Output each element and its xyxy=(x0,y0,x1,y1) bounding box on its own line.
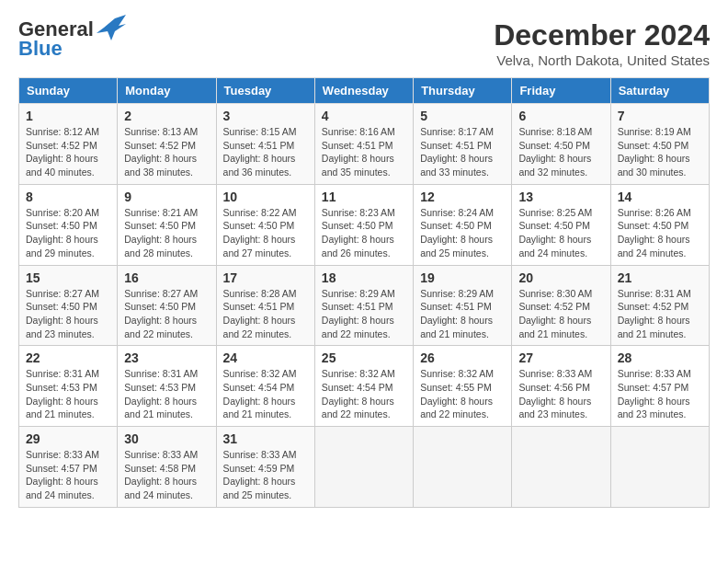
table-row: 17 Sunrise: 8:28 AM Sunset: 4:51 PM Dayl… xyxy=(216,265,314,346)
day-detail: Sunrise: 8:29 AM Sunset: 4:51 PM Dayligh… xyxy=(420,287,505,341)
calendar-week-row: 15 Sunrise: 8:27 AM Sunset: 4:50 PM Dayl… xyxy=(19,265,710,346)
location-subtitle: Velva, North Dakota, United States xyxy=(494,52,710,68)
day-detail: Sunrise: 8:21 AM Sunset: 4:50 PM Dayligh… xyxy=(124,206,209,260)
logo-bird-icon xyxy=(97,15,126,40)
table-row: 24 Sunrise: 8:32 AM Sunset: 4:54 PM Dayl… xyxy=(216,346,314,427)
day-detail: Sunrise: 8:31 AM Sunset: 4:53 PM Dayligh… xyxy=(26,367,110,421)
logo: General Blue xyxy=(18,18,126,61)
table-row: 15 Sunrise: 8:27 AM Sunset: 4:50 PM Dayl… xyxy=(19,265,118,346)
calendar-week-row: 8 Sunrise: 8:20 AM Sunset: 4:50 PM Dayli… xyxy=(19,184,710,265)
day-detail: Sunrise: 8:15 AM Sunset: 4:51 PM Dayligh… xyxy=(223,125,308,179)
day-detail: Sunrise: 8:27 AM Sunset: 4:50 PM Dayligh… xyxy=(26,287,110,341)
day-number: 25 xyxy=(322,350,406,365)
day-detail: Sunrise: 8:31 AM Sunset: 4:52 PM Dayligh… xyxy=(618,287,702,341)
day-number: 13 xyxy=(518,190,603,204)
table-row: 14 Sunrise: 8:26 AM Sunset: 4:50 PM Dayl… xyxy=(610,184,709,265)
day-number: 9 xyxy=(124,190,209,204)
month-title: December 2024 xyxy=(494,18,710,52)
day-detail: Sunrise: 8:20 AM Sunset: 4:50 PM Dayligh… xyxy=(26,206,110,260)
calendar-week-row: 22 Sunrise: 8:31 AM Sunset: 4:53 PM Dayl… xyxy=(19,346,710,427)
day-number: 3 xyxy=(223,109,308,123)
day-detail: Sunrise: 8:32 AM Sunset: 4:54 PM Dayligh… xyxy=(223,367,308,421)
table-row xyxy=(314,427,413,508)
page-header: General Blue December 2024 Velva, North … xyxy=(18,18,710,68)
day-detail: Sunrise: 8:28 AM Sunset: 4:51 PM Dayligh… xyxy=(223,287,308,341)
day-number: 16 xyxy=(124,270,209,285)
col-saturday: Saturday xyxy=(610,78,709,104)
col-friday: Friday xyxy=(512,78,610,104)
table-row: 29 Sunrise: 8:33 AM Sunset: 4:57 PM Dayl… xyxy=(19,427,118,508)
table-row: 31 Sunrise: 8:33 AM Sunset: 4:59 PM Dayl… xyxy=(216,427,314,508)
day-detail: Sunrise: 8:29 AM Sunset: 4:51 PM Dayligh… xyxy=(322,287,406,341)
table-row: 22 Sunrise: 8:31 AM Sunset: 4:53 PM Dayl… xyxy=(19,346,118,427)
day-detail: Sunrise: 8:13 AM Sunset: 4:52 PM Dayligh… xyxy=(124,125,209,179)
day-number: 10 xyxy=(223,190,308,204)
day-number: 22 xyxy=(26,350,110,365)
table-row: 9 Sunrise: 8:21 AM Sunset: 4:50 PM Dayli… xyxy=(118,184,216,265)
day-detail: Sunrise: 8:27 AM Sunset: 4:50 PM Dayligh… xyxy=(124,287,209,341)
day-detail: Sunrise: 8:18 AM Sunset: 4:50 PM Dayligh… xyxy=(518,125,603,179)
table-row: 3 Sunrise: 8:15 AM Sunset: 4:51 PM Dayli… xyxy=(216,104,314,185)
table-row: 12 Sunrise: 8:24 AM Sunset: 4:50 PM Dayl… xyxy=(414,184,512,265)
col-sunday: Sunday xyxy=(19,78,118,104)
table-row: 10 Sunrise: 8:22 AM Sunset: 4:50 PM Dayl… xyxy=(216,184,314,265)
title-block: December 2024 Velva, North Dakota, Unite… xyxy=(494,18,710,68)
table-row: 28 Sunrise: 8:33 AM Sunset: 4:57 PM Dayl… xyxy=(610,346,709,427)
table-row: 21 Sunrise: 8:31 AM Sunset: 4:52 PM Dayl… xyxy=(610,265,709,346)
table-row: 18 Sunrise: 8:29 AM Sunset: 4:51 PM Dayl… xyxy=(314,265,413,346)
day-detail: Sunrise: 8:12 AM Sunset: 4:52 PM Dayligh… xyxy=(26,125,110,179)
calendar-header-row: Sunday Monday Tuesday Wednesday Thursday… xyxy=(19,78,710,104)
day-number: 1 xyxy=(26,109,110,123)
day-number: 21 xyxy=(618,270,702,285)
table-row xyxy=(512,427,610,508)
day-number: 12 xyxy=(420,190,505,204)
day-number: 26 xyxy=(420,350,505,365)
calendar-week-row: 1 Sunrise: 8:12 AM Sunset: 4:52 PM Dayli… xyxy=(19,104,710,185)
day-detail: Sunrise: 8:33 AM Sunset: 4:58 PM Dayligh… xyxy=(124,448,209,502)
table-row: 11 Sunrise: 8:23 AM Sunset: 4:50 PM Dayl… xyxy=(314,184,413,265)
day-number: 6 xyxy=(518,109,603,123)
col-wednesday: Wednesday xyxy=(314,78,413,104)
col-monday: Monday xyxy=(118,78,216,104)
table-row xyxy=(414,427,512,508)
day-number: 24 xyxy=(223,350,308,365)
table-row: 6 Sunrise: 8:18 AM Sunset: 4:50 PM Dayli… xyxy=(512,104,610,185)
table-row: 25 Sunrise: 8:32 AM Sunset: 4:54 PM Dayl… xyxy=(314,346,413,427)
day-number: 27 xyxy=(518,350,603,365)
day-number: 23 xyxy=(124,350,209,365)
table-row: 27 Sunrise: 8:33 AM Sunset: 4:56 PM Dayl… xyxy=(512,346,610,427)
table-row: 2 Sunrise: 8:13 AM Sunset: 4:52 PM Dayli… xyxy=(118,104,216,185)
day-detail: Sunrise: 8:30 AM Sunset: 4:52 PM Dayligh… xyxy=(518,287,603,341)
day-detail: Sunrise: 8:17 AM Sunset: 4:51 PM Dayligh… xyxy=(420,125,505,179)
day-number: 15 xyxy=(26,270,110,285)
day-detail: Sunrise: 8:26 AM Sunset: 4:50 PM Dayligh… xyxy=(618,206,702,260)
day-detail: Sunrise: 8:25 AM Sunset: 4:50 PM Dayligh… xyxy=(518,206,603,260)
table-row: 23 Sunrise: 8:31 AM Sunset: 4:53 PM Dayl… xyxy=(118,346,216,427)
day-number: 2 xyxy=(124,109,209,123)
table-row xyxy=(610,427,709,508)
day-number: 30 xyxy=(124,431,209,446)
day-detail: Sunrise: 8:16 AM Sunset: 4:51 PM Dayligh… xyxy=(322,125,406,179)
day-number: 28 xyxy=(618,350,702,365)
day-number: 5 xyxy=(420,109,505,123)
day-detail: Sunrise: 8:22 AM Sunset: 4:50 PM Dayligh… xyxy=(223,206,308,260)
day-number: 31 xyxy=(223,431,308,446)
day-detail: Sunrise: 8:32 AM Sunset: 4:54 PM Dayligh… xyxy=(322,367,406,421)
table-row: 5 Sunrise: 8:17 AM Sunset: 4:51 PM Dayli… xyxy=(414,104,512,185)
table-row: 26 Sunrise: 8:32 AM Sunset: 4:55 PM Dayl… xyxy=(414,346,512,427)
table-row: 8 Sunrise: 8:20 AM Sunset: 4:50 PM Dayli… xyxy=(19,184,118,265)
day-number: 19 xyxy=(420,270,505,285)
day-detail: Sunrise: 8:23 AM Sunset: 4:50 PM Dayligh… xyxy=(322,206,406,260)
calendar-table: Sunday Monday Tuesday Wednesday Thursday… xyxy=(18,77,710,508)
day-number: 20 xyxy=(518,270,603,285)
table-row: 16 Sunrise: 8:27 AM Sunset: 4:50 PM Dayl… xyxy=(118,265,216,346)
day-number: 17 xyxy=(223,270,308,285)
day-number: 7 xyxy=(618,109,702,123)
day-detail: Sunrise: 8:19 AM Sunset: 4:50 PM Dayligh… xyxy=(618,125,702,179)
table-row: 1 Sunrise: 8:12 AM Sunset: 4:52 PM Dayli… xyxy=(19,104,118,185)
day-detail: Sunrise: 8:32 AM Sunset: 4:55 PM Dayligh… xyxy=(420,367,505,421)
day-detail: Sunrise: 8:33 AM Sunset: 4:57 PM Dayligh… xyxy=(26,448,110,502)
day-number: 8 xyxy=(26,190,110,204)
day-detail: Sunrise: 8:33 AM Sunset: 4:59 PM Dayligh… xyxy=(223,448,308,502)
table-row: 20 Sunrise: 8:30 AM Sunset: 4:52 PM Dayl… xyxy=(512,265,610,346)
